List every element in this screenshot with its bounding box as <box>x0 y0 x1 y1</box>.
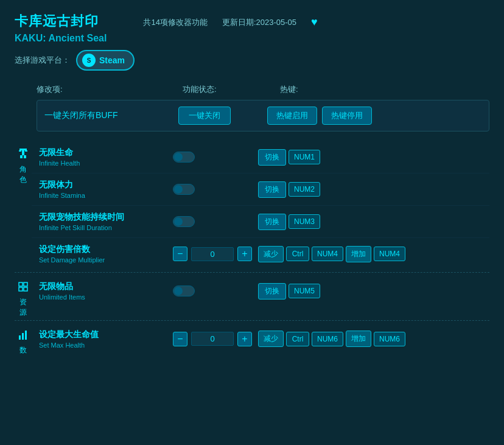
favorite-icon[interactable]: ♥ <box>311 16 318 29</box>
onekey-row: 一键关闭所有BUFF 一键关闭 热键启用 热键停用 <box>37 100 489 131</box>
maxhealth-input[interactable] <box>191 332 234 346</box>
svg-rect-4 <box>20 155 23 158</box>
increase-btn-4[interactable]: 增加 <box>346 246 371 262</box>
increase-btn-6[interactable]: 增加 <box>346 331 371 347</box>
sidebar-stats: 数 <box>15 323 32 356</box>
mod-name-block: 无限生命 Infinite Health <box>39 147 173 167</box>
mod-infinite-stamina: 无限体力 Infinite Stamina 切换 NUM2 <box>32 173 489 206</box>
mod-name-block: 无限物品 Unlimited Items <box>39 281 173 301</box>
toggle-knob <box>174 153 183 161</box>
decrease-btn-6[interactable]: 减少 <box>258 331 284 347</box>
mod-name-cn: 无限体力 <box>39 180 173 191</box>
decrease-btn-4[interactable]: 减少 <box>258 246 284 262</box>
mod-name-block: 无限宠物技能持续时间 Infinite Pet Skill Duration <box>39 212 173 231</box>
toggle-area <box>173 286 258 296</box>
switch-btn-2[interactable]: 切换 <box>258 181 286 198</box>
toggle-area <box>173 216 258 227</box>
switch-btn-1[interactable]: 切换 <box>258 149 286 166</box>
mod-name-en: Infinite Pet Skill Duration <box>39 224 173 231</box>
pet-skill-toggle[interactable] <box>173 216 195 227</box>
hotkey-disable-button[interactable]: 热键停用 <box>322 107 372 125</box>
mod-infinite-pet-skill: 无限宠物技能持续时间 Infinite Pet Skill Duration 切… <box>32 206 489 238</box>
col-mod-header: 修改项: <box>37 84 183 95</box>
col-status-header: 功能状态: <box>183 84 280 95</box>
title-en: KAKU: Ancient Seal <box>15 33 107 44</box>
svg-rect-7 <box>24 282 27 286</box>
num-key-6b[interactable]: NUM6 <box>374 332 405 346</box>
svg-rect-3 <box>25 150 27 152</box>
mod-name-cn: 无限生命 <box>39 147 173 158</box>
title-block: 卡库远古封印 KAKU: Ancient Seal <box>15 12 107 44</box>
sidebar-resources: 资 源 <box>15 275 32 318</box>
damage-plus-btn[interactable]: + <box>237 247 252 261</box>
hotkey-area: 减少 Ctrl NUM4 增加 NUM4 <box>258 246 482 262</box>
num-key-4a[interactable]: NUM4 <box>312 247 343 261</box>
svg-rect-9 <box>24 287 27 291</box>
mod-name-block: 无限体力 Infinite Stamina <box>39 180 173 199</box>
toggle-knob <box>174 185 183 194</box>
svg-rect-10 <box>19 335 21 340</box>
stats-icon <box>18 329 29 343</box>
unlimited-items-toggle[interactable] <box>173 286 195 296</box>
hotkey-area: 切换 NUM5 <box>258 283 482 300</box>
steam-button[interactable]: S Steam <box>76 50 135 71</box>
character-mods: 无限生命 Infinite Health 切换 NUM1 无限体力 Infin <box>32 141 489 270</box>
onekey-button[interactable]: 一键关闭 <box>178 107 231 125</box>
update-date: 更新日期:2023-05-05 <box>222 17 296 28</box>
svg-rect-2 <box>19 150 21 152</box>
num-key-3[interactable]: NUM3 <box>289 214 320 229</box>
damage-num-control: − + <box>173 247 258 261</box>
resources-mods: 无限物品 Unlimited Items 切换 NUM5 <box>32 275 489 318</box>
page-wrapper: 卡库远古封印 KAKU: Ancient Seal 共14项修改器功能 更新日期… <box>0 0 504 445</box>
header: 卡库远古封印 KAKU: Ancient Seal 共14项修改器功能 更新日期… <box>15 12 489 44</box>
stats-mods: 设定最大生命值 Set Max Health − + 减少 Ctrl NUM6 … <box>32 323 489 356</box>
column-headers: 修改项: 功能状态: 热键: <box>37 82 489 97</box>
mod-count: 共14项修改器功能 <box>143 17 207 28</box>
mod-damage-multiplier: 设定伤害倍数 Set Damage Multiplier − + 减少 Ctrl… <box>32 238 489 270</box>
damage-minus-btn[interactable]: − <box>173 247 187 261</box>
svg-rect-12 <box>25 331 27 340</box>
switch-btn-3[interactable]: 切换 <box>258 214 286 230</box>
maxhealth-minus-btn[interactable]: − <box>173 332 187 346</box>
section-stats: 数 设定最大生命值 Set Max Health − + 减少 Ctrl NUM… <box>15 323 489 356</box>
switch-btn-5[interactable]: 切换 <box>258 283 286 300</box>
steam-logo-icon: S <box>82 54 96 67</box>
col-hotkey-header: 热键: <box>280 84 402 95</box>
title-cn: 卡库远古封印 <box>15 12 107 30</box>
num-key-6a[interactable]: NUM6 <box>312 332 343 346</box>
ctrl-key-4[interactable]: Ctrl <box>286 247 309 261</box>
maxhealth-plus-btn[interactable]: + <box>237 332 252 346</box>
mod-name-block: 设定伤害倍数 Set Damage Multiplier <box>39 244 173 264</box>
num-key-4b[interactable]: NUM4 <box>374 247 405 261</box>
damage-input[interactable] <box>191 247 234 261</box>
num-key-2[interactable]: NUM2 <box>289 182 320 197</box>
mod-name-cn: 设定最大生命值 <box>39 329 173 340</box>
hotkey-area: 切换 NUM3 <box>258 214 482 230</box>
num-key-1[interactable]: NUM1 <box>289 150 320 164</box>
svg-rect-11 <box>22 333 24 340</box>
infinite-stamina-toggle[interactable] <box>173 184 195 195</box>
svg-rect-8 <box>19 287 23 291</box>
mod-name-en: Infinite Stamina <box>39 192 173 199</box>
character-icon <box>18 147 29 162</box>
mod-name-en: Unlimited Items <box>39 293 173 301</box>
hotkey-area: 切换 NUM1 <box>258 149 482 166</box>
svg-rect-5 <box>24 155 26 158</box>
mod-name-cn: 设定伤害倍数 <box>39 244 173 255</box>
num-key-5[interactable]: NUM5 <box>289 284 320 298</box>
onekey-label: 一键关闭所有BUFF <box>44 110 178 121</box>
resources-icon <box>18 281 29 295</box>
ctrl-key-6[interactable]: Ctrl <box>286 332 309 346</box>
svg-rect-6 <box>19 282 23 286</box>
toggle-knob <box>174 217 183 226</box>
hotkey-enable-button[interactable]: 热键启用 <box>267 107 317 125</box>
infinite-health-toggle[interactable] <box>173 152 195 163</box>
mod-name-cn: 无限物品 <box>39 281 173 292</box>
onekey-hotkey-group: 热键启用 热键停用 <box>267 107 372 125</box>
character-label: 角 色 <box>19 164 27 185</box>
section-character: 角 色 无限生命 Infinite Health 切换 NUM1 <box>15 141 489 273</box>
platform-label: 选择游戏平台： <box>15 55 70 66</box>
sidebar-character: 角 色 <box>15 141 32 270</box>
steam-label: Steam <box>99 55 125 65</box>
platform-row: 选择游戏平台： S Steam <box>15 50 489 71</box>
